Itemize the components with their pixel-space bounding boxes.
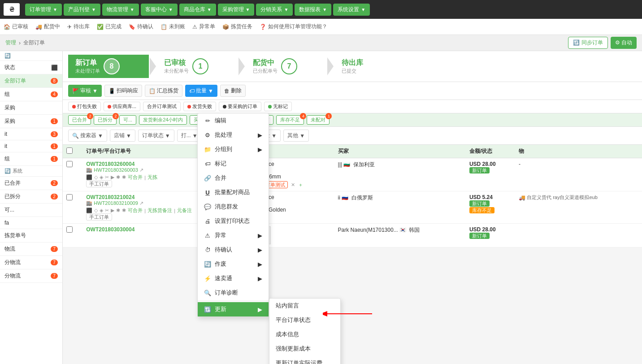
filter-order-status[interactable]: 订单状态 ▼ (138, 130, 174, 142)
sidebar-item-purchase1[interactable]: 采购 (0, 101, 62, 115)
tag2-ship-24h[interactable]: 发货剩余24小时内 (139, 115, 187, 125)
sidebar-fa[interactable]: fa (0, 217, 62, 229)
sidebar-item-group[interactable]: 组 4 (0, 88, 62, 101)
sidebar-item-all-orders[interactable]: 全部订单 8 (0, 74, 62, 88)
sidebar-refresh[interactable]: 🔄 (0, 51, 62, 61)
tag-ship-fail[interactable]: 发货失败 (183, 102, 216, 111)
row1-add-icon[interactable]: ＋ (298, 182, 303, 187)
arrow-right-icon3: ▶ (258, 232, 262, 239)
subnav-exception[interactable]: ⚠ 异常单 (192, 23, 215, 30)
row1-no-pick[interactable]: 无拣 (147, 174, 157, 181)
tag-merge-test[interactable]: 合并订单测试 (143, 102, 181, 111)
menu-exception[interactable]: ⚠ 异常 ▶ (198, 228, 269, 243)
tag2-unmatched[interactable]: 未配对 1 (307, 115, 330, 125)
row1-can-merge[interactable]: 可合并 (128, 174, 143, 181)
tag-supplier[interactable]: 供应商库... (104, 102, 140, 111)
menu-order-diagnose[interactable]: 🔍 订单诊断 (198, 286, 269, 300)
menu-batch[interactable]: ⚙ 批处理 ▶ (198, 128, 269, 142)
subnav-completed[interactable]: ✅ 已完成 (97, 23, 121, 30)
filter-other[interactable]: 其他 ▼ (283, 130, 309, 142)
submenu-update-shipping[interactable]: 更新订单实际运费 (269, 356, 340, 364)
nav-logistics[interactable]: 物流管理 ▼ (102, 4, 139, 16)
menu-merge[interactable]: 🔗 合并 (198, 171, 269, 185)
subnav-unpaid[interactable]: 📋 未到账 (160, 23, 185, 30)
menu-print-status[interactable]: 🖨 设置打印状态 (198, 214, 269, 228)
tag-pack-fail[interactable]: 打包失败 (68, 102, 101, 111)
tag2-available[interactable]: 可... (119, 115, 136, 125)
sidebar-sys3[interactable]: 可... (0, 204, 62, 217)
order-table: 订单号/平台订单号 产品 买家 金额/状态 物 OWT201803260004 … (63, 145, 642, 247)
status-outbound[interactable]: 待出库 已提交 (334, 55, 415, 78)
audit-button[interactable]: 🚩 审核 ▼ (68, 85, 102, 97)
sidebar-sys1[interactable]: 已合并 2 (0, 177, 62, 190)
row1-platform-link[interactable]: HWT201803260003 (94, 167, 138, 173)
row1-close-icon[interactable]: ✕ (291, 182, 295, 187)
nav-system-settings[interactable]: 系统设置 ▼ (333, 4, 370, 16)
row1-checkbox[interactable] (66, 161, 73, 167)
row3-checkbox[interactable] (66, 226, 73, 233)
scan-button[interactable]: 📱 扫码响应 (104, 85, 142, 97)
nav-customer-service[interactable]: 客服中心 ▼ (141, 4, 178, 16)
batch-button[interactable]: 🏷 批量 ▼ (185, 85, 217, 97)
row1-flag: 🇧🇬 (343, 161, 350, 168)
tag-need-purchase[interactable]: 要采购的订单 (219, 102, 261, 111)
sidebar-item-state[interactable]: 状态 ⬛ (0, 61, 62, 74)
auto-button[interactable]: ⚙ 自动 (611, 37, 637, 49)
subnav-picking[interactable]: 📦 拣货任务 (222, 23, 252, 30)
subnav-help[interactable]: ❓ 如何使用订单管理功能？ (260, 23, 327, 30)
subnav-audited[interactable]: 🏠 已审核 (4, 23, 28, 30)
summary-button[interactable]: 📋 汇总拣货 (145, 85, 182, 97)
filter-search[interactable]: 🔍 搜索器 ▼ (68, 130, 107, 142)
submenu-force-update-cost[interactable]: 强制更新成本 (269, 342, 340, 356)
filter-store[interactable]: 店铺 ▼ (110, 130, 135, 142)
menu-aliexpress[interactable]: ⚡ 速卖通 ▶ (198, 271, 269, 286)
nav-product-warehouse[interactable]: 商品仓库 ▼ (179, 4, 216, 16)
submenu-cost-info[interactable]: 成本信息 (269, 327, 340, 342)
sync-order-button[interactable]: 🔃 同步订单 (568, 37, 607, 49)
nav-order-mgmt[interactable]: 订单管理 ▼ (25, 4, 62, 16)
select-all-checkbox[interactable] (66, 147, 73, 154)
box-icon: 📦 (222, 24, 229, 30)
nav-product-listing[interactable]: 产品刊登 ▼ (64, 4, 100, 16)
row2-can-merge[interactable]: 可合并 (128, 207, 143, 214)
chevron-down-icon3: ▼ (165, 133, 170, 139)
nav-data-report[interactable]: 数据报表 ▼ (295, 4, 331, 16)
menu-pending-confirm[interactable]: ⏱ 待确认 ▶ (198, 243, 269, 257)
subnav-shipping[interactable]: 🚚 配货中 (35, 23, 60, 30)
row2-no-note[interactable]: 元备注 (177, 207, 192, 214)
row2-checkbox[interactable] (66, 194, 73, 200)
menu-group[interactable]: 📁 分组到 ▶ (198, 142, 269, 156)
row2-no-pick[interactable]: 无拣货备注 (147, 207, 172, 214)
tag2-stock-shortage[interactable]: 库存不足 4 (276, 115, 304, 125)
sidebar-logistics3[interactable]: 分物流 7 (0, 269, 62, 283)
status-audited[interactable]: 已审核 未分配单号 1 (157, 55, 238, 78)
delete-button[interactable]: 🗑 删除 (220, 85, 246, 97)
sidebar-logistics2[interactable]: 分物流 7 (0, 256, 62, 269)
status-new-order[interactable]: 新订单 未处理订单 8 (68, 55, 149, 78)
row2-platform-link[interactable]: HWT201803210009 (94, 200, 138, 206)
tag-no-mark[interactable]: 无标记 (264, 102, 292, 111)
status-shipping[interactable]: 配货中 已分配单号 7 (246, 55, 326, 78)
col-logistics: 物 (515, 145, 642, 158)
menu-void[interactable]: 🔄 作废 ▶ (198, 257, 269, 271)
sidebar-refresh2[interactable]: 🔄 系统 (0, 166, 62, 177)
nav-purchase-mgmt[interactable]: 采购管理 ▼ (218, 4, 255, 16)
sidebar-sys2[interactable]: 已拆分 2 (0, 190, 62, 204)
menu-update[interactable]: 🔃 更新 ▶ (198, 302, 269, 316)
menu-batch-match[interactable]: U 批量配对商品 (198, 185, 269, 199)
sidebar-logistics1[interactable]: 物流 7 (0, 243, 62, 256)
menu-mass-msg[interactable]: 💬 消息群发 (198, 199, 269, 214)
sidebar-pickup[interactable]: 拣货单号 (0, 229, 62, 243)
nav-distribution[interactable]: 分销关系 ▼ (256, 4, 293, 16)
tag2-merged[interactable]: 已合并 2 (68, 115, 91, 125)
sidebar-item-item1[interactable]: it 3 (0, 128, 62, 140)
tag2-split[interactable]: 已拆分 2 (94, 115, 117, 125)
menu-edit[interactable]: ✏ 编辑 (198, 113, 269, 128)
menu-mark[interactable]: 🏷 标记 (198, 156, 269, 171)
sidebar-item-group2[interactable]: 组 1 (0, 152, 62, 166)
subnav-pending[interactable]: 🔖 待确认 (129, 23, 153, 30)
sidebar-item-purchase2[interactable]: 采购 1 (0, 115, 62, 128)
breadcrumb-parent[interactable]: 管理 (5, 39, 16, 47)
sidebar-item-item2[interactable]: it 1 (0, 140, 62, 152)
subnav-outbound[interactable]: ✈ 待出库 (67, 23, 90, 30)
